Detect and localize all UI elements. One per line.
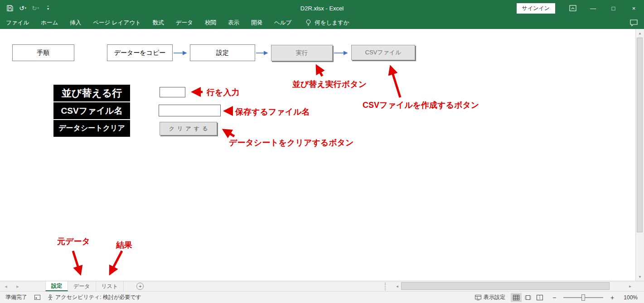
annotation-csv-button: CSVファイルを作成するボタン xyxy=(363,100,479,111)
worksheet-canvas: 手順 データーをコピー 設定 実行 CSVファイル 並び替える行 CSVファイル… xyxy=(0,29,635,281)
clear-datasheet-button[interactable]: クリアする xyxy=(160,122,217,135)
scroll-down-button[interactable]: ▾ xyxy=(636,273,644,281)
next-sheet-button[interactable]: ▸ xyxy=(12,281,24,291)
display-settings-label: 表示設定 xyxy=(484,293,505,301)
normal-view-button[interactable] xyxy=(511,293,522,302)
undo-icon: ↺ xyxy=(19,5,24,12)
shape-settings-box[interactable]: 設定 xyxy=(190,44,255,61)
label-sort-row: 並び替える行 xyxy=(53,85,130,101)
scroll-right-button[interactable]: ▸ xyxy=(626,281,634,291)
chevron-down-icon: ▾ xyxy=(25,6,27,10)
close-button[interactable]: × xyxy=(624,0,644,16)
add-sheet-button[interactable]: + xyxy=(136,283,144,290)
annotation-clear-button: データシートをクリアするボタン xyxy=(229,137,353,148)
row-number-input[interactable] xyxy=(160,87,185,97)
filename-input[interactable] xyxy=(159,105,221,116)
redo-icon: ↻ xyxy=(32,5,37,12)
tab-home[interactable]: ホーム xyxy=(35,16,64,29)
tell-me-search[interactable]: 何をしますか xyxy=(305,19,349,27)
ribbon-display-options-icon xyxy=(569,5,576,11)
save-button[interactable] xyxy=(5,2,15,14)
display-settings-button[interactable]: 表示設定 xyxy=(475,293,505,301)
quick-access-toolbar: ↺ ▾ ↻ ▾ ▾ xyxy=(0,2,53,14)
vertical-scrollbar[interactable]: ▴ ▾ xyxy=(635,29,644,281)
chevron-down-icon: ▾ xyxy=(38,6,39,10)
annotation-result: 結果 xyxy=(116,240,132,250)
page-layout-icon xyxy=(525,295,531,300)
shape-steps-box[interactable]: 手順 xyxy=(12,44,74,61)
create-csv-button[interactable]: CSVファイル xyxy=(351,45,415,60)
record-macro-icon xyxy=(34,295,40,300)
comments-button[interactable] xyxy=(630,19,638,26)
customize-quick-access-button[interactable]: ▾ xyxy=(43,2,53,14)
ribbon-display-options-button[interactable] xyxy=(562,0,583,16)
tab-scrollbar-splitter[interactable] xyxy=(385,283,387,290)
execute-sort-button[interactable]: 実行 xyxy=(271,45,333,61)
tab-formulas[interactable]: 数式 xyxy=(147,16,170,29)
save-icon xyxy=(7,5,13,11)
page-layout-view-button[interactable] xyxy=(523,293,533,302)
zoom-slider-thumb[interactable] xyxy=(581,294,585,301)
display-settings-icon xyxy=(475,295,481,300)
annotation-arrows xyxy=(0,29,635,281)
sheet-tabs: 設定 データ リスト xyxy=(45,281,124,291)
signin-button[interactable]: サインイン xyxy=(517,3,555,14)
accessibility-status-button[interactable]: アクセシビリティ: 検討が必要です xyxy=(48,293,141,301)
accessibility-icon xyxy=(48,294,53,301)
horizontal-scrollbar-thumb[interactable] xyxy=(401,282,610,290)
tell-me-label: 何をしますか xyxy=(315,19,349,27)
titlebar: ↺ ▾ ↻ ▾ ▾ D2R.xlsx - Excel サインイン — □ × xyxy=(0,0,644,16)
shape-copy-data-box[interactable]: データーをコピー xyxy=(107,44,173,61)
window-title: D2R.xlsx - Excel xyxy=(300,5,344,12)
horizontal-scrollbar-track[interactable] xyxy=(401,281,626,291)
annotation-source-data: 元データ xyxy=(57,236,90,247)
scroll-up-button[interactable]: ▴ xyxy=(636,29,644,37)
vertical-scrollbar-thumb[interactable] xyxy=(637,38,643,232)
horizontal-scrollbar[interactable]: ◂ ▸ xyxy=(393,281,634,291)
maximize-button[interactable]: □ xyxy=(603,0,624,16)
zoom-in-button[interactable]: + xyxy=(609,294,616,301)
tab-file[interactable]: ファイル xyxy=(0,16,35,29)
undo-button[interactable]: ↺ ▾ xyxy=(17,2,28,14)
status-ready: 準備完了 xyxy=(5,293,27,301)
sheet-tab-settings[interactable]: 設定 xyxy=(45,281,68,291)
label-clear-datasheet: データシートクリア xyxy=(53,120,130,137)
zoom-slider[interactable] xyxy=(563,294,603,301)
tab-page-layout[interactable]: ページ レイアウト xyxy=(87,16,147,29)
zoom-out-button[interactable]: − xyxy=(551,294,558,301)
page-break-preview-icon xyxy=(537,295,543,300)
ribbon-tab-row: ファイル ホーム 挿入 ページ レイアウト 数式 データ 校閲 表示 開発 ヘル… xyxy=(0,16,644,29)
annotation-execute-button: 並び替え実行ボタン xyxy=(292,79,367,90)
comment-icon xyxy=(630,19,638,26)
record-macro-button[interactable] xyxy=(34,295,40,300)
prev-sheet-button[interactable]: ◂ xyxy=(0,281,12,291)
page-break-view-button[interactable] xyxy=(534,293,545,302)
tab-developer[interactable]: 開発 xyxy=(245,16,268,29)
sheet-tab-list[interactable]: リスト xyxy=(96,281,124,291)
annotation-row-input: 行を入力 xyxy=(207,87,239,98)
view-shortcuts xyxy=(511,293,545,302)
normal-view-icon xyxy=(513,295,519,300)
scroll-left-button[interactable]: ◂ xyxy=(393,281,401,291)
tab-insert[interactable]: 挿入 xyxy=(64,16,87,29)
status-bar: 準備完了 アクセシビリティ: 検討が必要です 表示設定 xyxy=(0,291,644,303)
annotation-filename: 保存するファイル名 xyxy=(235,106,310,117)
zoom-level[interactable]: 100% xyxy=(621,294,638,301)
redo-button[interactable]: ↻ ▾ xyxy=(30,2,41,14)
minimize-button[interactable]: — xyxy=(583,0,603,16)
tab-data[interactable]: データ xyxy=(170,16,199,29)
accessibility-label: アクセシビリティ: 検討が必要です xyxy=(55,293,141,301)
tab-view[interactable]: 表示 xyxy=(222,16,245,29)
sheet-tab-data[interactable]: データ xyxy=(68,281,96,291)
plus-icon: + xyxy=(139,284,141,289)
tab-review[interactable]: 校閲 xyxy=(199,16,222,29)
chevron-down-icon: ▾ xyxy=(47,6,49,11)
lightbulb-icon xyxy=(305,19,311,26)
tab-help[interactable]: ヘルプ xyxy=(268,16,297,29)
label-csv-filename: CSVファイル名 xyxy=(53,102,130,119)
